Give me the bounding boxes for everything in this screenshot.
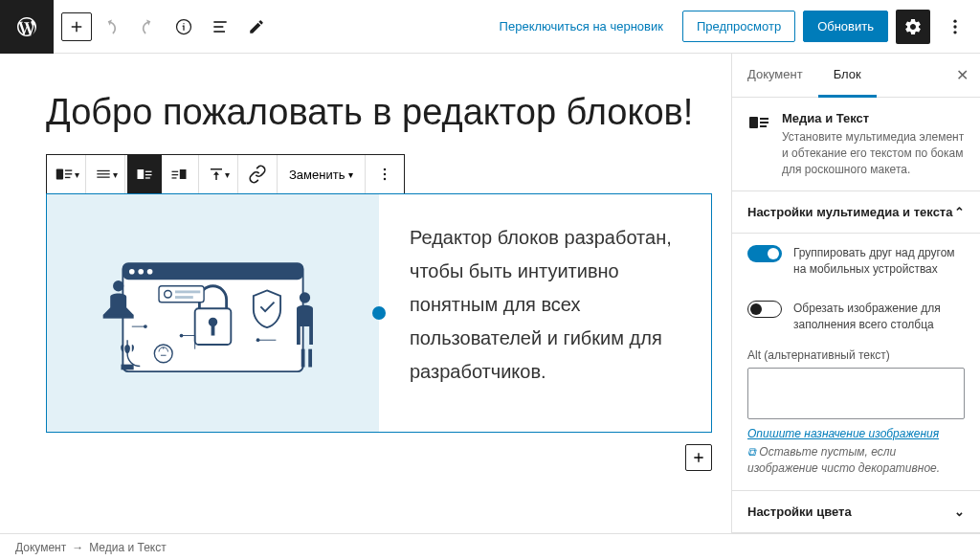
svg-rect-13 [97,177,109,178]
svg-rect-35 [301,349,305,368]
sidebar: Документ Блок ✕ Медиа и Текст Установите… [731,54,980,533]
chevron-up-icon: ⌃ [954,205,965,219]
svg-rect-14 [138,169,145,179]
svg-rect-50 [760,122,768,123]
svg-rect-15 [145,171,152,172]
preview-button[interactable]: Предпросмотр [682,11,795,42]
svg-rect-7 [56,169,62,180]
block-type-button[interactable]: ▾ [49,155,83,193]
link-button[interactable] [240,155,275,193]
svg-rect-11 [97,170,109,171]
svg-rect-10 [64,177,70,178]
svg-rect-42 [175,296,193,299]
svg-rect-51 [760,125,767,127]
alt-help-text: ⧉ Оставьте пустым, если изображение чист… [732,440,980,491]
media-text-icon [747,111,770,134]
color-settings-panel-header[interactable]: Настройки цвета ⌄ [732,491,980,533]
top-bar: Переключиться на черновик Предпросмотр О… [0,0,980,54]
svg-rect-41 [175,290,200,293]
svg-rect-39 [159,286,204,302]
stack-mobile-label: Группировать друг над другом на мобильны… [793,245,965,278]
media-settings-panel-header[interactable]: Настройки мультимедиа и текста ⌃ [732,191,980,234]
media-image[interactable] [47,194,379,432]
text-content[interactable]: Редактор блоков разработан, чтобы быть и… [379,194,711,432]
settings-button[interactable] [896,10,930,44]
svg-rect-18 [180,169,187,179]
svg-rect-17 [145,177,150,178]
block-info-title: Медиа и Текст [782,111,965,125]
media-right-button[interactable] [162,155,196,193]
svg-rect-22 [211,168,222,170]
close-sidebar-button[interactable]: ✕ [945,54,980,97]
media-left-button[interactable] [127,155,162,193]
svg-point-28 [129,269,135,275]
chevron-down-icon: ⌄ [954,504,965,519]
svg-point-24 [384,173,387,176]
svg-rect-19 [172,171,179,172]
breadcrumb-item[interactable]: Медиа и Текст [89,541,167,554]
svg-rect-8 [64,169,71,170]
svg-point-25 [384,178,387,181]
main-area: Добро пожаловать в редактор блоков! ▾ ▾ … [0,54,980,533]
svg-rect-2 [213,26,223,28]
external-link-icon: ⧉ [747,445,756,459]
svg-rect-16 [145,174,152,175]
alt-text-input[interactable] [747,368,965,420]
svg-rect-20 [172,174,179,175]
crop-image-label: Обрезать изображение для заполнения всег… [793,301,965,333]
svg-rect-48 [749,117,758,128]
resize-handle[interactable] [372,306,386,320]
svg-rect-49 [760,118,768,120]
tab-document[interactable]: Документ [732,54,818,97]
toolbar-right: Переключиться на черновик Предпросмотр О… [488,10,980,44]
drag-handle-button[interactable]: ▾ [88,155,122,193]
edit-mode-button[interactable] [239,10,274,44]
footer-breadcrumb: Документ → Медиа и Текст [0,533,980,560]
info-button[interactable] [167,10,201,44]
illustration-security [64,236,362,390]
switch-draft-button[interactable]: Переключиться на черновик [488,11,675,41]
outline-button[interactable] [203,10,237,44]
block-more-button[interactable] [368,155,402,193]
svg-point-29 [138,269,144,275]
block-info-description: Установите мультимедиа элемент и обтекан… [782,129,965,177]
svg-point-30 [147,269,153,275]
svg-point-6 [953,31,956,34]
svg-rect-44 [122,365,134,370]
svg-rect-36 [308,349,312,368]
alt-text-label: Alt (альтернативный текст) [732,345,980,368]
more-menu-button[interactable] [938,10,972,44]
block-toolbar: ▾ ▾ ▾ Заменить ▾ [46,154,405,194]
undo-button[interactable] [94,10,128,44]
svg-rect-21 [172,177,177,178]
svg-point-4 [953,19,956,22]
wordpress-logo[interactable] [0,0,54,54]
alt-help-link[interactable]: Опишите назначение изображения [732,427,980,440]
svg-rect-1 [213,21,226,23]
svg-rect-12 [97,173,109,174]
svg-point-37 [113,280,123,291]
svg-rect-33 [212,325,215,335]
vertical-align-button[interactable]: ▾ [201,155,235,193]
svg-rect-3 [213,31,225,33]
page-title[interactable]: Добро пожаловать в редактор блоков! [46,92,712,133]
svg-point-5 [953,25,956,28]
svg-point-23 [384,168,387,171]
update-button[interactable]: Обновить [803,11,888,42]
sidebar-tabs: Документ Блок ✕ [732,54,980,98]
crop-image-toggle[interactable] [747,301,782,318]
crop-toggle-row: Обрезать изображение для заполнения всег… [732,289,980,345]
svg-point-34 [300,292,310,302]
svg-rect-9 [64,173,71,174]
tab-block[interactable]: Блок [818,54,877,98]
replace-button[interactable]: Заменить ▾ [279,168,363,182]
svg-rect-38 [103,315,134,319]
redo-button[interactable] [130,10,165,44]
add-block-inline-button[interactable] [685,444,712,471]
media-text-block[interactable]: Редактор блоков разработан, чтобы быть и… [46,193,712,433]
add-block-button[interactable] [61,12,92,41]
stack-mobile-toggle[interactable] [747,245,782,262]
stack-toggle-row: Группировать друг над другом на мобильны… [732,234,980,289]
breadcrumb-item[interactable]: Документ [15,541,66,554]
block-info-panel: Медиа и Текст Установите мультимедиа эле… [732,98,980,191]
